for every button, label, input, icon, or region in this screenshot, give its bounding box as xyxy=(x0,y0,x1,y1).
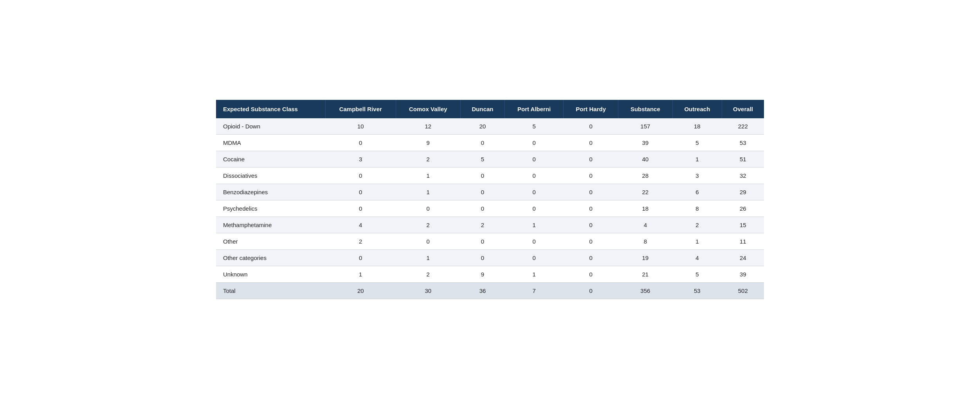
row-value: 2 xyxy=(325,233,396,250)
row-value: 157 xyxy=(618,118,673,135)
row-value: 1 xyxy=(672,233,722,250)
row-value: 0 xyxy=(505,200,564,217)
row-value: 1 xyxy=(505,266,564,283)
row-value: 502 xyxy=(722,283,764,299)
table-row: Benzodiazepines0100022629 xyxy=(216,184,764,200)
row-label: Cocaine xyxy=(216,151,325,168)
row-value: 3 xyxy=(325,151,396,168)
row-label: Unknown xyxy=(216,266,325,283)
row-value: 10 xyxy=(325,118,396,135)
table-wrapper: Expected Substance Class Campbell River … xyxy=(216,100,764,300)
header-substance: Substance xyxy=(618,100,673,119)
row-value: 222 xyxy=(722,118,764,135)
row-value: 0 xyxy=(460,200,504,217)
row-value: 1 xyxy=(396,184,460,200)
row-value: 24 xyxy=(722,250,764,266)
table-row: Opioid - Down1012205015718222 xyxy=(216,118,764,135)
row-value: 18 xyxy=(672,118,722,135)
table-header-row: Expected Substance Class Campbell River … xyxy=(216,100,764,119)
row-value: 53 xyxy=(722,135,764,151)
row-value: 0 xyxy=(564,135,618,151)
table-row: Total2030367035653502 xyxy=(216,283,764,299)
row-value: 0 xyxy=(505,184,564,200)
row-value: 0 xyxy=(325,168,396,184)
row-value: 20 xyxy=(460,118,504,135)
row-value: 0 xyxy=(505,250,564,266)
row-label: Other xyxy=(216,233,325,250)
row-label: Opioid - Down xyxy=(216,118,325,135)
row-value: 0 xyxy=(505,233,564,250)
substance-class-table: Expected Substance Class Campbell River … xyxy=(216,100,764,300)
row-value: 0 xyxy=(564,233,618,250)
row-value: 53 xyxy=(672,283,722,299)
row-value: 0 xyxy=(564,118,618,135)
row-value: 32 xyxy=(722,168,764,184)
row-value: 0 xyxy=(460,184,504,200)
row-value: 5 xyxy=(505,118,564,135)
row-value: 21 xyxy=(618,266,673,283)
row-label: MDMA xyxy=(216,135,325,151)
row-value: 0 xyxy=(460,233,504,250)
row-value: 2 xyxy=(396,266,460,283)
header-overall: Overall xyxy=(722,100,764,119)
row-label: Benzodiazepines xyxy=(216,184,325,200)
row-value: 0 xyxy=(564,200,618,217)
row-value: 1 xyxy=(325,266,396,283)
header-duncan: Duncan xyxy=(460,100,504,119)
table-row: MDMA0900039553 xyxy=(216,135,764,151)
row-value: 2 xyxy=(460,217,504,233)
row-label: Psychedelics xyxy=(216,200,325,217)
row-value: 5 xyxy=(672,266,722,283)
row-value: 0 xyxy=(325,135,396,151)
row-value: 6 xyxy=(672,184,722,200)
row-value: 39 xyxy=(722,266,764,283)
row-value: 0 xyxy=(460,250,504,266)
row-value: 0 xyxy=(396,200,460,217)
row-value: 0 xyxy=(325,200,396,217)
row-value: 5 xyxy=(672,135,722,151)
table-row: Psychedelics0000018826 xyxy=(216,200,764,217)
row-value: 39 xyxy=(618,135,673,151)
row-value: 26 xyxy=(722,200,764,217)
row-label: Other categories xyxy=(216,250,325,266)
row-value: 18 xyxy=(618,200,673,217)
row-value: 0 xyxy=(396,233,460,250)
row-value: 8 xyxy=(618,233,673,250)
row-value: 356 xyxy=(618,283,673,299)
row-label: Dissociatives xyxy=(216,168,325,184)
row-value: 22 xyxy=(618,184,673,200)
row-value: 0 xyxy=(460,135,504,151)
row-label: Methamphetamine xyxy=(216,217,325,233)
table-row: Other200008111 xyxy=(216,233,764,250)
row-value: 0 xyxy=(505,151,564,168)
row-value: 3 xyxy=(672,168,722,184)
row-label: Total xyxy=(216,283,325,299)
row-value: 8 xyxy=(672,200,722,217)
row-value: 40 xyxy=(618,151,673,168)
header-outreach: Outreach xyxy=(672,100,722,119)
row-value: 0 xyxy=(564,266,618,283)
row-value: 2 xyxy=(396,217,460,233)
table-row: Methamphetamine422104215 xyxy=(216,217,764,233)
row-value: 1 xyxy=(396,168,460,184)
row-value: 36 xyxy=(460,283,504,299)
row-value: 2 xyxy=(672,217,722,233)
row-value: 0 xyxy=(505,135,564,151)
row-value: 30 xyxy=(396,283,460,299)
row-value: 0 xyxy=(564,283,618,299)
row-value: 1 xyxy=(505,217,564,233)
table-row: Unknown1291021539 xyxy=(216,266,764,283)
row-value: 0 xyxy=(460,168,504,184)
row-value: 1 xyxy=(396,250,460,266)
row-value: 0 xyxy=(325,184,396,200)
row-value: 4 xyxy=(672,250,722,266)
header-expected-substance-class: Expected Substance Class xyxy=(216,100,325,119)
table-row: Other categories0100019424 xyxy=(216,250,764,266)
row-value: 0 xyxy=(564,168,618,184)
header-campbell-river: Campbell River xyxy=(325,100,396,119)
row-value: 0 xyxy=(564,217,618,233)
row-value: 0 xyxy=(564,250,618,266)
row-value: 9 xyxy=(396,135,460,151)
row-value: 20 xyxy=(325,283,396,299)
row-value: 11 xyxy=(722,233,764,250)
